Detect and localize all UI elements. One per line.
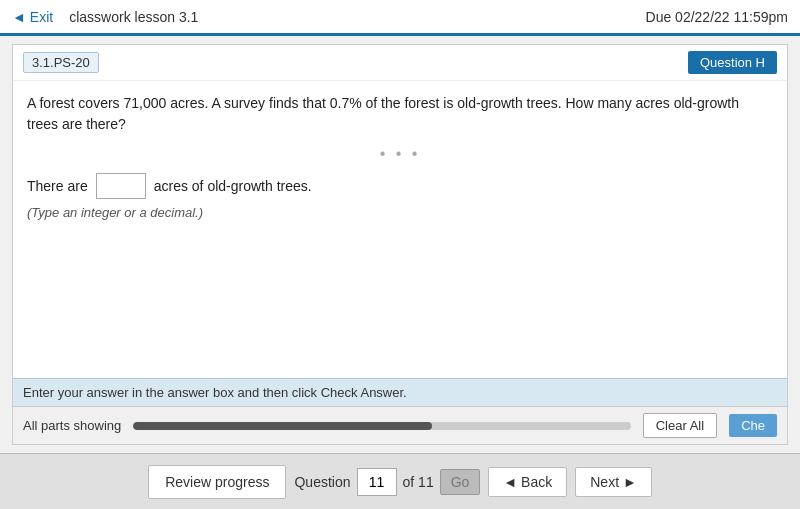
back-button[interactable]: ◄ Back: [488, 467, 567, 497]
answer-hint-text: (Type an integer or a decimal.): [27, 205, 773, 220]
due-date: Due 02/22/22 11:59pm: [646, 9, 788, 25]
info-bar: Enter your answer in the answer box and …: [13, 378, 787, 406]
parts-progress-fill: [133, 422, 431, 430]
clear-all-button[interactable]: Clear All: [643, 413, 717, 438]
question-nav-label: Question: [294, 474, 350, 490]
next-button[interactable]: Next ►: [575, 467, 652, 497]
question-card: 3.1.PS-20 Question H A forest covers 71,…: [12, 44, 788, 445]
answer-suffix: acres of old-growth trees.: [154, 178, 312, 194]
question-total: of 11: [403, 474, 434, 490]
question-body: A forest covers 71,000 acres. A survey f…: [13, 81, 787, 378]
question-hint-button[interactable]: Question H: [688, 51, 777, 74]
parts-bar: All parts showing Clear All Che: [13, 406, 787, 444]
answer-input[interactable]: [96, 173, 146, 199]
question-header: 3.1.PS-20 Question H: [13, 45, 787, 81]
exit-button[interactable]: ◄ Exit: [12, 9, 53, 25]
main-area: 3.1.PS-20 Question H A forest covers 71,…: [0, 36, 800, 453]
review-progress-button[interactable]: Review progress: [148, 465, 286, 499]
info-bar-text: Enter your answer in the answer box and …: [23, 385, 407, 400]
top-bar: ◄ Exit classwork lesson 3.1 Due 02/22/22…: [0, 0, 800, 36]
lesson-title: classwork lesson 3.1: [69, 9, 198, 25]
footer-nav: Review progress Question of 11 Go ◄ Back…: [0, 453, 800, 509]
top-bar-left: ◄ Exit classwork lesson 3.1: [12, 9, 198, 25]
exit-arrow-icon: ◄: [12, 9, 26, 25]
parts-progress-bar: [133, 422, 630, 430]
go-button[interactable]: Go: [440, 469, 481, 495]
check-button[interactable]: Che: [729, 414, 777, 437]
question-id-badge: 3.1.PS-20: [23, 52, 99, 73]
parts-label: All parts showing: [23, 418, 121, 433]
question-nav: Question of 11 Go: [294, 468, 480, 496]
question-number-input[interactable]: [357, 468, 397, 496]
question-text: A forest covers 71,000 acres. A survey f…: [27, 93, 773, 135]
divider-dots: • • •: [27, 145, 773, 163]
exit-label: Exit: [30, 9, 53, 25]
answer-row: There are acres of old-growth trees.: [27, 173, 773, 199]
answer-prefix: There are: [27, 178, 88, 194]
